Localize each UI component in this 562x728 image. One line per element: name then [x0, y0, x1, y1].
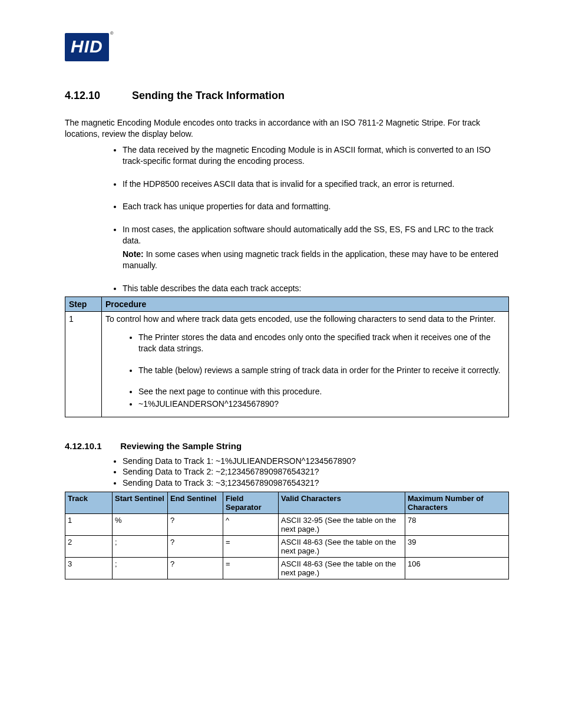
bullet-item: If the HDP8500 receives ASCII data that …: [123, 179, 509, 190]
procedure-bullets: The Printer stores the data and encodes …: [138, 332, 505, 410]
th-field-separator: Field Separator: [223, 492, 279, 513]
section-bullets: The data received by the magnetic Encodi…: [123, 144, 509, 294]
th-start-sentinel: Start Sentinel: [113, 492, 168, 513]
bullet-text: The table (below) reviews a sample strin…: [138, 365, 500, 375]
bullet-text: Sending Data to Track 2: ~2;123456789098…: [123, 467, 319, 476]
bullet-text: If the HDP8500 receives ASCII data that …: [123, 179, 454, 189]
section-heading: 4.12.10 Sending the Track Information: [65, 90, 509, 102]
bullet-text: This table describes the data each track…: [123, 284, 302, 293]
cell-track: 3: [65, 557, 113, 579]
bullet-item: Each track has unique properties for dat…: [123, 201, 509, 212]
bullet-item: In most cases, the application software …: [123, 224, 509, 271]
bullet-text: Each track has unique properties for dat…: [123, 202, 330, 211]
bullet-item: Sending Data to Track 2: ~2;123456789098…: [123, 466, 509, 477]
procedure-lead: To control how and where track data gets…: [105, 314, 495, 324]
bullet-item: See the next page to continue with this …: [138, 386, 505, 397]
bullet-item: ~1%JULIEANDERSON^1234567890?: [138, 398, 505, 410]
cell-track: 2: [65, 535, 113, 557]
character-table: Track Start Sentinel End Sentinel Field …: [65, 492, 509, 579]
bullet-item: Sending Data to Track 3: ~3;123456789098…: [123, 477, 509, 488]
cell-es: ?: [168, 513, 223, 535]
bullet-text: Sending Data to Track 1: ~1%JULIEANDERSO…: [123, 456, 356, 466]
cell-vc: ASCII 48-63 (See the table on the next p…: [279, 535, 405, 557]
th-end-sentinel: End Sentinel: [168, 492, 223, 513]
cell-ss: ;: [113, 557, 168, 579]
bullet-note: Note: In some cases when using magnetic …: [123, 249, 507, 271]
subsection-number: 4.12.10.1: [65, 441, 118, 451]
section-number: 4.12.10: [65, 90, 115, 102]
bullet-item: The Printer stores the data and encodes …: [138, 332, 505, 354]
logo: HID ®: [65, 33, 509, 61]
cell-ss: %: [113, 513, 168, 535]
cell-max: 39: [405, 535, 509, 557]
bullet-text: In most cases, the application software …: [123, 225, 494, 245]
th-track: Track: [65, 492, 113, 513]
logo-registered: ®: [110, 31, 114, 36]
bullet-text: ~1%JULIEANDERSON^1234567890?: [138, 399, 279, 409]
table-row: 1 To control how and where track data ge…: [65, 311, 509, 417]
bullet-text: Sending Data to Track 3: ~3;123456789098…: [123, 478, 319, 487]
cell-fs: ^: [223, 513, 279, 535]
cell-procedure: To control how and where track data gets…: [102, 311, 509, 417]
th-step: Step: [65, 297, 102, 311]
th-valid-characters: Valid Characters: [279, 492, 405, 513]
subsection-title: Reviewing the Sample String: [120, 441, 242, 451]
section-intro: The magnetic Encoding Module encodes ont…: [65, 117, 509, 140]
bullet-item: Sending Data to Track 1: ~1%JULIEANDERSO…: [123, 456, 509, 466]
th-procedure: Procedure: [102, 297, 509, 311]
subsection-heading: 4.12.10.1 Reviewing the Sample String: [65, 441, 509, 451]
cell-fs: =: [223, 535, 279, 557]
note-body: In some cases when using magnetic track …: [123, 249, 498, 270]
bullet-item: The table (below) reviews a sample strin…: [138, 365, 505, 376]
cell-vc: ASCII 48-63 (See the table on the next p…: [279, 557, 405, 579]
cell-track: 1: [65, 513, 113, 535]
cell-vc: ASCII 32-95 (See the table on the next p…: [279, 513, 405, 535]
cell-max: 78: [405, 513, 509, 535]
section-title: Sending the Track Information: [132, 90, 285, 102]
bullet-text: The Printer stores the data and encodes …: [138, 332, 491, 353]
cell-max: 106: [405, 557, 509, 579]
cell-es: ?: [168, 557, 223, 579]
bullet-text: The data received by the magnetic Encodi…: [123, 145, 491, 166]
cell-step: 1: [65, 311, 102, 417]
bullet-item: The data received by the magnetic Encodi…: [123, 144, 509, 167]
cell-fs: =: [223, 557, 279, 579]
cell-es: ?: [168, 535, 223, 557]
th-max-characters: Maximum Number of Characters: [405, 492, 509, 513]
table-row: 3 ; ? = ASCII 48-63 (See the table on th…: [65, 557, 509, 579]
bullet-text: See the next page to continue with this …: [138, 387, 322, 396]
logo-text: HID: [71, 37, 103, 56]
table-row: 1 % ? ^ ASCII 32-95 (See the table on th…: [65, 513, 509, 535]
bullet-item: This table describes the data each track…: [123, 283, 509, 294]
note-label: Note:: [123, 249, 144, 259]
table-row: 2 ; ? = ASCII 48-63 (See the table on th…: [65, 535, 509, 557]
sample-bullets: Sending Data to Track 1: ~1%JULIEANDERSO…: [123, 456, 509, 488]
procedure-table: Step Procedure 1 To control how and wher…: [65, 297, 509, 417]
cell-ss: ;: [113, 535, 168, 557]
